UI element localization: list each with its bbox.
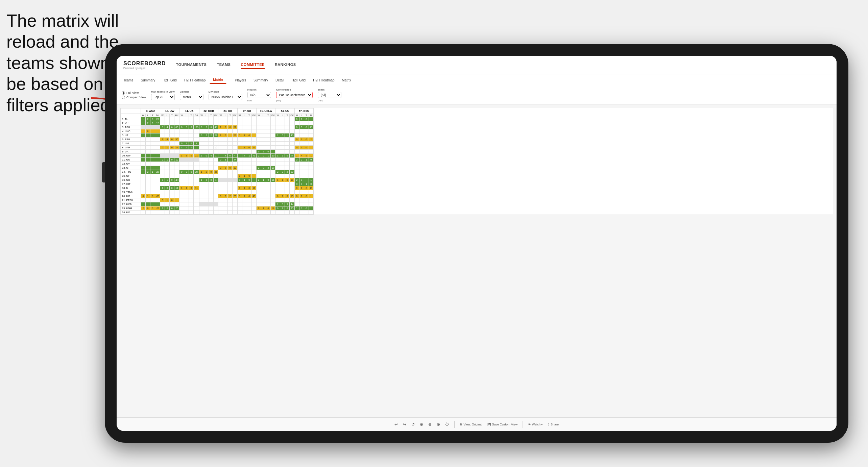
share-btn[interactable]: ⤴ Share [548, 423, 559, 426]
sh-l9: L [299, 114, 304, 117]
nav-committee[interactable]: COMMITTEE [241, 61, 265, 69]
matrix-wrapper: 3. ASU 10. UW 11. UA 22. UCB 24. UO 27. … [120, 108, 833, 215]
subnav-h2hgrid-p[interactable]: H2H Grid [288, 77, 309, 83]
subnav-h2hheatmap-p[interactable]: H2H Heatmap [310, 77, 338, 83]
sub-nav: Teams Summary H2H Grid H2H Heatmap Matri… [117, 74, 837, 86]
watch-btn[interactable]: 👁 Watch ▾ [528, 423, 543, 426]
search-btn[interactable]: ⊕ [420, 422, 423, 427]
save-custom-btn[interactable]: 💾 Save Custom View [487, 423, 517, 426]
subnav-teams[interactable]: Teams [120, 77, 137, 83]
zoom-out-btn[interactable]: ⊖ [428, 422, 432, 427]
col-header-ucla: 31. UCLA [256, 108, 275, 114]
sh-t3: T [189, 114, 194, 117]
row-label-au: 1. AU [121, 117, 141, 121]
table-row: 20. UG 010-38 02223 11048 01013 0101 [121, 194, 314, 198]
sh-l6: L [242, 114, 247, 117]
max-teams-filter: Max teams in view Top 25 Top 50 All [151, 90, 175, 100]
row-label-uv12: 12. UV [121, 162, 141, 166]
row-label-etsu21: 21. ETSU [121, 198, 141, 202]
row-label-uo16: 16. UO [121, 178, 141, 182]
view-original-label: 🖥 View: Original [460, 423, 482, 426]
sh-t4: T [209, 114, 213, 117]
max-teams-select[interactable]: Top 25 Top 50 All [151, 94, 175, 100]
subnav-detail[interactable]: Detail [272, 77, 288, 83]
app-container: SCOREBOARD Powered by clippd TOURNAMENTS… [117, 56, 837, 431]
search-icon: ⊕ [420, 422, 423, 427]
row-label-asu: 3. ASU [121, 125, 141, 129]
sh-l: L [146, 114, 150, 117]
conference-filter: Conference Pac-12 Conference (All) Big T… [276, 88, 313, 102]
timer-btn[interactable]: ⏱ [445, 422, 449, 427]
zoom-in-btn[interactable]: ⊕ [437, 422, 440, 427]
subnav-h2hgrid-t[interactable]: H2H Grid [159, 77, 180, 83]
compact-view-label: Compact View [126, 96, 146, 99]
subnav-matrix-t[interactable]: Matrix [210, 77, 226, 84]
top-nav: SCOREBOARD Powered by clippd TOURNAMENTS… [117, 56, 837, 74]
table-row: 12. UV [121, 162, 314, 166]
filter-bar: Full View Compact View Max teams in view… [117, 86, 837, 104]
subnav-players[interactable]: Players [232, 77, 249, 83]
division-select[interactable]: NCAA Division I NCAA Division II NCAA Di… [209, 94, 242, 100]
full-view-option[interactable]: Full View [122, 91, 146, 95]
sh-w7: W [256, 114, 261, 117]
tablet-shell: SCOREBOARD Powered by clippd TOURNAMENTS… [105, 44, 848, 443]
col-header-osu: 57. OSU [294, 108, 313, 114]
full-view-label: Full View [126, 91, 139, 95]
division-filter: Division NCAA Division I NCAA Division I… [209, 90, 242, 100]
compact-view-radio[interactable] [122, 96, 125, 99]
team-select[interactable]: (All) [318, 92, 341, 98]
subnav-matrix-p[interactable]: Matrix [339, 77, 355, 83]
sh-w6: W [237, 114, 242, 117]
compact-view-option[interactable]: Compact View [122, 96, 146, 99]
row-label-unm23: 23. UNM [121, 206, 141, 211]
row-label-uf15: 15. UF [121, 174, 141, 178]
sh-t7: T [266, 114, 270, 117]
sh-dif3: Dif [194, 114, 199, 117]
sh-w8: W [275, 114, 280, 117]
nav-rankings[interactable]: RANKINGS [275, 61, 296, 69]
nav-teams[interactable]: TEAMS [217, 61, 231, 69]
col-header-su: 27. SU [237, 108, 256, 114]
row-label-ut: 5. UT [121, 133, 141, 138]
nav-items: TOURNAMENTS TEAMS COMMITTEE RANKINGS [176, 61, 296, 69]
tablet-screen: SCOREBOARD Powered by clippd TOURNAMENTS… [117, 56, 837, 431]
table-row: 4. UNC 10 [121, 129, 314, 133]
view-radio-group: Full View Compact View [122, 91, 146, 99]
sh-t6: T [247, 114, 251, 117]
row-label-git17: 17. GIT [121, 182, 141, 186]
view-original-btn[interactable]: 🖥 View: Original [460, 423, 482, 426]
redo-btn[interactable]: ↪ [403, 422, 406, 427]
toolbar-sep2 [523, 421, 523, 428]
save-custom-label: 💾 Save Custom View [487, 423, 517, 426]
subnav-summary-t[interactable]: Summary [137, 77, 159, 83]
row-label-tamu19: 19. TAMU [121, 190, 141, 194]
nav-tournaments[interactable]: TOURNAMENTS [176, 61, 207, 69]
bottom-toolbar: ↩ ↪ ↺ ⊕ ⊖ ⊕ ⏱ [117, 417, 837, 431]
undo-btn[interactable]: ↩ [394, 422, 398, 427]
sh-l4: L [204, 114, 209, 117]
conference-select[interactable]: Pac-12 Conference (All) Big Ten ACC SEC [276, 92, 313, 98]
reset-icon: ↺ [411, 422, 415, 427]
table-row: 10. UW 13011 3041 404 4173 20160 1205 14… [121, 154, 314, 158]
row-label-um: 7. UM [121, 142, 141, 146]
row-label-ug20: 20. UG [121, 194, 141, 198]
reset-btn[interactable]: ↺ [411, 422, 415, 427]
subheader-teams [121, 114, 141, 117]
table-row: 18. U 10011 11011 01011 01013 [121, 186, 314, 190]
sh-t9: T [304, 114, 309, 117]
subnav-h2hheatmap-t[interactable]: H2H Heatmap [181, 77, 209, 83]
row-label-uaf: 8. UAF [121, 146, 141, 150]
table-row: 1. AU 12023 010 [121, 117, 314, 121]
subnav-summary-p[interactable]: Summary [250, 77, 271, 83]
sh-w9: W [294, 114, 299, 117]
region-select[interactable]: N/A East West [247, 92, 271, 98]
gender-select[interactable]: Men's Women's [180, 94, 203, 100]
table-row: 11. UA 01010 030 3010 [121, 158, 314, 162]
main-content[interactable]: 3. ASU 10. UW 11. UA 22. UCB 24. UO 27. … [117, 104, 837, 417]
undo-icon: ↩ [394, 422, 398, 427]
table-row: 21. ETSU 010 [121, 198, 314, 202]
team-label: Team [318, 88, 341, 91]
team-filter: Team (All) (All) [318, 88, 341, 102]
matrix-table: 3. ASU 10. UW 11. UA 22. UCB 24. UO 27. … [120, 108, 314, 215]
full-view-radio[interactable] [122, 91, 125, 95]
